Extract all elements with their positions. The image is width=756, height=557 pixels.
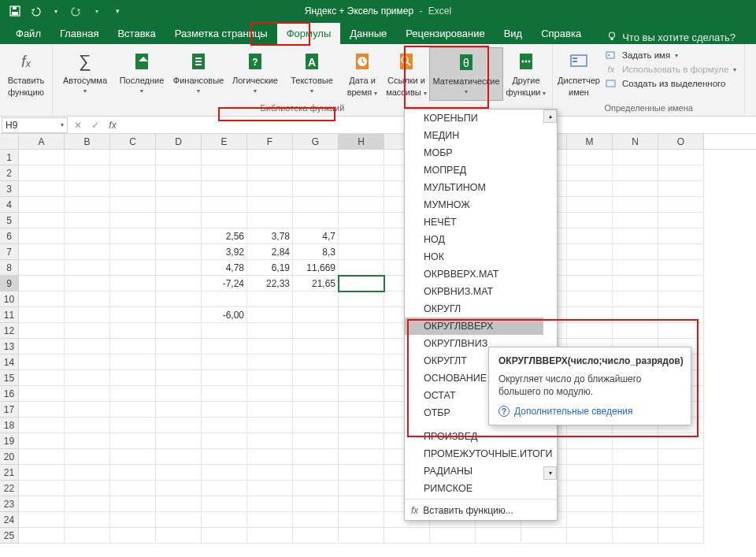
function-item-МЕДИН[interactable]: МЕДИН bbox=[405, 127, 543, 144]
cell-F20[interactable] bbox=[247, 449, 293, 465]
cell-D18[interactable] bbox=[156, 418, 202, 433]
lookup-button[interactable]: Ссылки и массивы ▾ bbox=[385, 47, 428, 101]
cell-B11[interactable] bbox=[65, 307, 110, 323]
cell-G12[interactable] bbox=[293, 323, 339, 339]
cell-G18[interactable] bbox=[293, 418, 339, 433]
cell-G10[interactable] bbox=[293, 291, 339, 307]
tab-help[interactable]: Справка bbox=[532, 23, 591, 44]
cell-E8[interactable]: 4,78 bbox=[202, 260, 247, 276]
create-from-selection-button[interactable]: Создать из выделенного bbox=[605, 77, 736, 90]
row-header-2[interactable]: 2 bbox=[0, 165, 19, 181]
cell-B16[interactable] bbox=[65, 386, 110, 402]
cell-H13[interactable] bbox=[339, 339, 384, 355]
cell-H11[interactable] bbox=[339, 307, 384, 323]
col-header-B[interactable]: B bbox=[65, 134, 110, 149]
cell-D17[interactable] bbox=[156, 402, 202, 418]
cell-C22[interactable] bbox=[110, 481, 156, 496]
cell-A4[interactable] bbox=[19, 197, 65, 213]
col-header-D[interactable]: D bbox=[156, 134, 202, 149]
cell-F22[interactable] bbox=[247, 481, 293, 496]
cell-A11[interactable] bbox=[19, 307, 65, 323]
cell-H1[interactable] bbox=[339, 150, 384, 165]
cell-B6[interactable] bbox=[65, 228, 110, 244]
cell-E15[interactable] bbox=[202, 370, 247, 386]
cell-N5[interactable] bbox=[613, 213, 658, 228]
row-header-6[interactable]: 6 bbox=[0, 228, 19, 244]
row-header-18[interactable]: 18 bbox=[0, 418, 19, 433]
insert-function-link[interactable]: fx Вставить функцию... bbox=[405, 501, 557, 520]
cell-C12[interactable] bbox=[110, 323, 156, 339]
row-header-16[interactable]: 16 bbox=[0, 386, 19, 402]
row-header-19[interactable]: 19 bbox=[0, 433, 19, 449]
cell-D13[interactable] bbox=[156, 339, 202, 355]
cell-B5[interactable] bbox=[65, 213, 110, 228]
cell-M21[interactable] bbox=[567, 465, 613, 481]
cell-D14[interactable] bbox=[156, 355, 202, 370]
cell-C10[interactable] bbox=[110, 291, 156, 307]
row-header-4[interactable]: 4 bbox=[0, 197, 19, 213]
cell-C2[interactable] bbox=[110, 165, 156, 181]
cell-F3[interactable] bbox=[247, 181, 293, 197]
cell-B8[interactable] bbox=[65, 260, 110, 276]
cell-G4[interactable] bbox=[293, 197, 339, 213]
tab-view[interactable]: Вид bbox=[495, 23, 532, 44]
name-manager-button[interactable]: Диспетчер имен bbox=[558, 47, 600, 101]
namebox-dropdown-icon[interactable]: ▾ bbox=[61, 121, 64, 128]
cell-E2[interactable] bbox=[202, 165, 247, 181]
cell-D7[interactable] bbox=[156, 244, 202, 260]
qat-customize-icon[interactable]: ▾ bbox=[109, 2, 126, 20]
cell-O7[interactable] bbox=[658, 244, 704, 260]
cell-N10[interactable] bbox=[613, 291, 658, 307]
cell-C3[interactable] bbox=[110, 181, 156, 197]
function-item-МОПРЕД[interactable]: МОПРЕД bbox=[405, 162, 543, 179]
col-header-O[interactable]: O bbox=[658, 134, 704, 149]
cell-G9[interactable]: 21,65 bbox=[293, 276, 339, 291]
function-item-ОКРВНИЗ.МАТ[interactable]: ОКРВНИЗ.МАТ bbox=[405, 283, 543, 300]
cell-A18[interactable] bbox=[19, 418, 65, 433]
cell-G17[interactable] bbox=[293, 402, 339, 418]
cell-F23[interactable] bbox=[247, 496, 293, 512]
cell-D2[interactable] bbox=[156, 165, 202, 181]
cell-E9[interactable]: -7,24 bbox=[202, 276, 247, 291]
cell-M5[interactable] bbox=[567, 213, 613, 228]
cell-B18[interactable] bbox=[65, 418, 110, 433]
row-header-1[interactable]: 1 bbox=[0, 150, 19, 165]
cell-H25[interactable] bbox=[339, 528, 384, 544]
cell-A19[interactable] bbox=[19, 433, 65, 449]
cell-N20[interactable] bbox=[613, 449, 658, 465]
cell-A5[interactable] bbox=[19, 213, 65, 228]
cell-H24[interactable] bbox=[339, 512, 384, 528]
cell-F21[interactable] bbox=[247, 465, 293, 481]
cell-E7[interactable]: 3,92 bbox=[202, 244, 247, 260]
cell-B19[interactable] bbox=[65, 433, 110, 449]
cell-E24[interactable] bbox=[202, 512, 247, 528]
cell-J25[interactable] bbox=[430, 528, 476, 544]
cell-N23[interactable] bbox=[613, 496, 658, 512]
col-header-H[interactable]: H bbox=[339, 134, 384, 149]
cell-A21[interactable] bbox=[19, 465, 65, 481]
row-header-10[interactable]: 10 bbox=[0, 291, 19, 307]
cell-A8[interactable] bbox=[19, 260, 65, 276]
cell-C13[interactable] bbox=[110, 339, 156, 355]
cell-A2[interactable] bbox=[19, 165, 65, 181]
col-header-N[interactable]: N bbox=[613, 134, 658, 149]
tab-home[interactable]: Главная bbox=[50, 23, 108, 44]
cell-O10[interactable] bbox=[658, 291, 704, 307]
row-header-22[interactable]: 22 bbox=[0, 481, 19, 496]
cell-A1[interactable] bbox=[19, 150, 65, 165]
cell-M1[interactable] bbox=[567, 150, 613, 165]
cell-D24[interactable] bbox=[156, 512, 202, 528]
cell-F25[interactable] bbox=[247, 528, 293, 544]
cell-A22[interactable] bbox=[19, 481, 65, 496]
col-header-M[interactable]: M bbox=[567, 134, 613, 149]
cell-E13[interactable] bbox=[202, 339, 247, 355]
cell-F16[interactable] bbox=[247, 386, 293, 402]
row-header-21[interactable]: 21 bbox=[0, 465, 19, 481]
cell-F18[interactable] bbox=[247, 418, 293, 433]
cell-A12[interactable] bbox=[19, 323, 65, 339]
cell-N12[interactable] bbox=[613, 323, 658, 339]
cell-B4[interactable] bbox=[65, 197, 110, 213]
function-item-РАДИАНЫ[interactable]: РАДИАНЫ bbox=[405, 462, 543, 480]
cell-H23[interactable] bbox=[339, 496, 384, 512]
cell-M6[interactable] bbox=[567, 228, 613, 244]
